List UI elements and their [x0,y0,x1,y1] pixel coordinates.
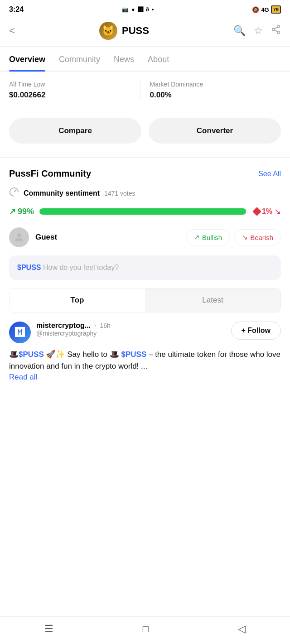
post-body: 🎩$PUSS 🚀✨ Say hello to 🎩 $PUSS – the ult… [9,349,281,373]
dot-icon: • [152,6,154,13]
atl-value: $0.002662 [9,91,140,100]
see-all-button[interactable]: See All [258,170,281,178]
bearish-button[interactable]: ↘ Bearish [234,229,281,245]
post-time: 16h [100,322,110,329]
tab-overview[interactable]: Overview [9,47,45,71]
section-divider [0,157,290,158]
read-all-link[interactable]: Read all [9,373,281,382]
comment-ticker: $PUSS [17,264,41,271]
sentiment-header: Community sentiment 1471 votes [9,187,281,199]
community-section-header: PussFi Community See All [9,168,281,179]
bull-bar-fill [39,208,246,215]
vote-buttons: ↗ Bullish ↘ Bearish [186,229,281,245]
post-user-row: mistercryptog... · 16h [36,322,226,330]
bearish-icon: ↘ [242,233,248,241]
svg-line-3 [275,30,277,32]
bear-percentage: 1% [262,207,272,216]
feed-tabs: Top Latest [9,288,281,312]
sentiment-bar [39,208,248,215]
post-item: 🅼 mistercryptog... · 16h @mistercryptogr… [9,322,281,391]
post-time-separator: · [94,322,96,330]
atl-label: All Time Low [9,81,140,88]
status-icons: 📷 ● 🅰 ð • [122,6,154,13]
sentiment-bar-row: ↗ 99% 1% ↘ [9,207,281,216]
post-header: 🅼 mistercryptog... · 16h @mistercryptogr… [9,322,281,343]
post-username: mistercryptog... [36,322,91,330]
back-nav-icon[interactable]: ◁ [238,623,246,635]
post-meta: mistercryptog... · 16h @mistercryptograp… [36,322,226,337]
status-bar: 3:24 📷 ● 🅰 ð • 🔕 4G 79 [0,0,290,17]
page-header: < 🐱 PUSS 🔍 ☆ [0,17,290,47]
bull-arrow-icon: ↗ [9,207,16,216]
battery-indicator: 79 [271,5,281,14]
guest-avatar [9,227,29,247]
mute-icon: 🔕 [252,6,259,13]
notification-icon: 📷 [122,6,129,13]
coin-avatar: 🐱 [99,22,117,40]
coin-title: 🐱 PUSS [99,22,149,40]
comment-placeholder: $PUSS How do you feel today? [17,264,273,272]
guest-name: Guest [35,233,180,242]
vpn-icon: ● [131,6,135,13]
bullish-icon: ↗ [194,233,200,241]
tiktok-icon: ð [146,6,149,13]
coin-name: PUSS [122,25,149,37]
sentiment-votes: 1471 votes [104,190,135,197]
compare-button[interactable]: Compare [9,118,141,144]
post-avatar: 🅼 [9,322,31,343]
svg-point-0 [277,25,280,28]
sentiment-label: Community sentiment [24,189,100,197]
md-value: 0.00% [150,91,281,100]
sentiment-gauge-icon [9,187,19,199]
tab-news[interactable]: News [114,47,134,71]
md-label: Market Dominance [150,81,281,88]
svg-line-4 [275,27,277,29]
post-ticker-1: $PUSS [19,350,44,359]
share-icon[interactable] [271,24,281,37]
vote-row: Guest ↗ Bullish ↘ Bearish [9,227,281,247]
tab-about[interactable]: About [148,47,169,71]
converter-button[interactable]: Converter [149,118,281,144]
svg-point-1 [272,28,275,31]
status-time: 3:24 [9,5,24,14]
main-content: All Time Low $0.002662 Market Dominance … [0,72,290,400]
all-time-low: All Time Low $0.002662 [9,81,140,100]
feed-tab-top[interactable]: Top [10,288,145,312]
assistant-icon: 🅰 [138,6,143,13]
post-ticker-2: $PUSS [121,350,146,359]
follow-button[interactable]: + Follow [231,322,281,340]
back-button[interactable]: < [9,25,15,37]
search-icon[interactable]: 🔍 [233,25,246,37]
menu-icon[interactable]: ☰ [44,623,53,635]
stats-row: All Time Low $0.002662 Market Dominance … [9,81,281,109]
feed-tab-latest[interactable]: Latest [145,288,280,312]
svg-point-5 [17,233,21,237]
bear-section: 1% ↘ [254,207,281,216]
main-tabs: Overview Community News About [0,47,290,72]
comment-input[interactable]: $PUSS How do you feel today? [9,255,281,280]
bear-diamond-icon [252,207,261,216]
bottom-navigation: ☰ □ ◁ [0,616,290,644]
header-actions: 🔍 ☆ [233,24,281,37]
post-handle: @mistercryptography [36,330,226,337]
tab-community[interactable]: Community [59,47,100,71]
bear-arrow-icon: ↘ [274,207,281,216]
community-title: PussFi Community [9,168,91,179]
action-buttons: Compare Converter [9,118,281,144]
bull-percentage: ↗ 99% [9,207,34,216]
home-icon[interactable]: □ [143,623,149,635]
status-right-icons: 🔕 4G 79 [252,5,281,14]
market-dominance: Market Dominance 0.00% [140,81,281,100]
signal-icon: 4G [261,6,269,13]
favorite-icon[interactable]: ☆ [254,25,263,37]
svg-point-2 [277,31,280,34]
bullish-button[interactable]: ↗ Bullish [186,229,230,245]
